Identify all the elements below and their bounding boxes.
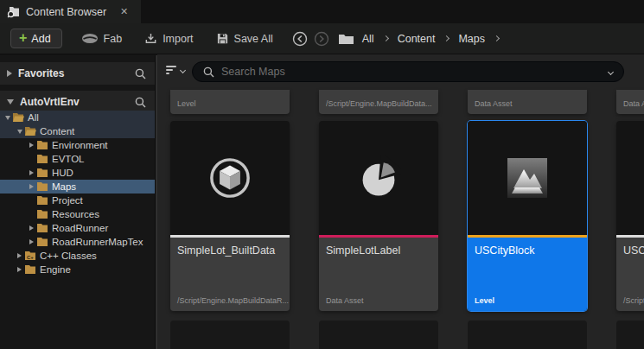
tree-item-cpp-classes[interactable]: C+ C++ Classes: [0, 249, 155, 263]
asset-type-text: /Script: [623, 296, 644, 305]
pie-chart-icon: [356, 155, 401, 200]
breadcrumb: All Content Maps: [338, 33, 501, 45]
chevron-down-icon[interactable]: [180, 67, 186, 73]
save-all-button[interactable]: Save All: [216, 32, 273, 45]
folder-icon: [24, 264, 36, 275]
expand-arrow-icon[interactable]: [15, 253, 24, 258]
collapse-arrow-icon: [7, 99, 14, 105]
tree-item-label: HUD: [52, 168, 73, 178]
asset-label-area: SimpleLot_BuiltData /Script/Engine.MapBu…: [170, 238, 290, 311]
folder-icon: [36, 154, 48, 164]
cube-icon: [207, 155, 252, 200]
asset-type-text: /Script/Engine.MapBuildDataR...: [177, 296, 289, 305]
fab-button-label: Fab: [104, 33, 123, 45]
expand-arrow-icon[interactable]: [27, 239, 36, 244]
content-browser-window: Content Browser ✕ + Add Fab Import: [0, 0, 644, 349]
close-icon[interactable]: ✕: [120, 6, 128, 17]
chevron-right-icon: [494, 35, 500, 41]
tree-item-environment[interactable]: Environment: [0, 138, 155, 152]
chevron-down-icon[interactable]: [608, 68, 614, 74]
expand-arrow-icon[interactable]: [3, 116, 12, 120]
asset-tile-simplelot-builtdata[interactable]: SimpleLot_BuiltData /Script/Engine.MapBu…: [170, 121, 290, 311]
tree-item-resources[interactable]: Resources: [0, 207, 155, 221]
expand-arrow-icon[interactable]: [15, 130, 24, 134]
back-icon[interactable]: [292, 31, 308, 47]
asset-type-text: /Script/Engine.MapBuildData...: [326, 99, 432, 108]
import-button[interactable]: Import: [144, 32, 193, 45]
partial-asset-tile[interactable]: [616, 320, 644, 349]
asset-panel: Search Maps Level /Script/Engine.MapBuil…: [157, 54, 644, 349]
folder-icon: [36, 209, 48, 219]
tab-title: Content Browser: [26, 6, 106, 18]
tab-strip: Content Browser ✕: [0, 0, 644, 23]
asset-label-area: USCit /Script: [616, 238, 644, 311]
expand-arrow-icon[interactable]: [27, 170, 36, 175]
tree-item-maps[interactable]: Maps: [0, 180, 155, 194]
asset-name: SimpleLotLabel: [319, 238, 438, 257]
expand-arrow-icon[interactable]: [27, 225, 36, 231]
tree-item-label: EVTOL: [52, 154, 85, 164]
search-input[interactable]: Search Maps: [192, 61, 624, 82]
search-row: Search Maps: [157, 54, 644, 89]
cpp-classes-icon: C+: [24, 251, 36, 261]
plus-icon: +: [19, 31, 27, 45]
tree-item-label: C++ Classes: [40, 251, 97, 261]
filter-icon[interactable]: [166, 66, 176, 74]
chevron-right-icon: [383, 35, 389, 41]
tree-item-label: RoadRunner: [52, 223, 108, 233]
tree-item-label: All: [28, 112, 39, 123]
partial-asset-tile[interactable]: Data Asset: [468, 90, 587, 114]
asset-tile-uscityblock[interactable]: USCityBlock Level: [468, 121, 587, 311]
tree-item-roadrunnermaptex[interactable]: RoadRunnerMapTex: [0, 235, 155, 249]
asset-type-text: Data Asset: [475, 99, 513, 108]
asset-type-text: Level: [475, 296, 494, 305]
tree-item-engine[interactable]: Engine: [0, 263, 155, 276]
folder-tree: All Content Environment: [0, 111, 155, 276]
tree-item-all[interactable]: All: [0, 111, 155, 124]
folder-icon: [36, 223, 48, 233]
partial-asset-tile[interactable]: Data A: [616, 90, 644, 114]
tree-item-content[interactable]: Content: [0, 124, 155, 138]
tree-item-label: Environment: [52, 140, 108, 150]
expand-arrow-icon[interactable]: [27, 143, 36, 148]
asset-name: USCit: [616, 238, 644, 257]
tree-item-hud[interactable]: HUD: [0, 166, 155, 180]
sidebar: Favorites AutoVrtlEnv All: [0, 55, 155, 349]
partial-asset-tile[interactable]: [319, 320, 438, 349]
import-icon: [144, 32, 157, 45]
search-icon[interactable]: [135, 68, 146, 79]
tree-item-project[interactable]: Project: [0, 194, 155, 207]
search-icon[interactable]: [135, 97, 146, 108]
add-button[interactable]: + Add: [10, 29, 62, 48]
asset-tile-partial-right[interactable]: USCit /Script: [616, 121, 644, 311]
partial-asset-tile[interactable]: [170, 320, 290, 349]
tree-item-evtol[interactable]: EVTOL: [0, 152, 155, 166]
tree-item-label: RoadRunnerMapTex: [52, 237, 143, 247]
tab-content-browser[interactable]: Content Browser ✕: [0, 0, 141, 23]
folder-icon: [36, 140, 48, 150]
folder-icon: [338, 33, 354, 45]
favorites-label: Favorites: [18, 67, 135, 79]
folder-icon: [36, 168, 48, 178]
folder-open-icon: [24, 126, 36, 136]
svg-text:C+: C+: [27, 255, 34, 260]
forward-icon[interactable]: [314, 31, 329, 47]
asset-name: SimpleLot_BuiltData: [170, 238, 290, 257]
import-button-label: Import: [163, 33, 193, 45]
level-mountain-icon: [507, 157, 548, 199]
expand-arrow-icon[interactable]: [27, 184, 36, 189]
search-placeholder: Search Maps: [221, 66, 609, 78]
tree-item-label: Engine: [40, 264, 71, 275]
expand-arrow-icon[interactable]: [15, 267, 24, 272]
partial-asset-tile[interactable]: Level: [170, 90, 290, 114]
favorites-section-header[interactable]: Favorites: [0, 62, 155, 85]
partial-asset-tile[interactable]: [468, 320, 587, 349]
asset-tile-simplelotlabel[interactable]: SimpleLotLabel Data Asset: [319, 121, 438, 311]
breadcrumb-item-content[interactable]: Content: [398, 33, 436, 45]
breadcrumb-item-maps[interactable]: Maps: [458, 33, 485, 45]
breadcrumb-item-all[interactable]: All: [362, 33, 374, 45]
tree-item-roadrunner[interactable]: RoadRunner: [0, 221, 155, 235]
fab-button[interactable]: Fab: [81, 33, 123, 45]
save-all-button-label: Save All: [234, 33, 273, 45]
partial-asset-tile[interactable]: /Script/Engine.MapBuildData...: [319, 90, 438, 114]
